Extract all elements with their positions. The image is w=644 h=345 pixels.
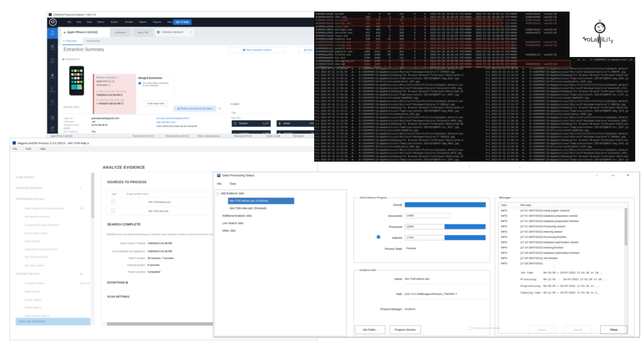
- svg-text:a: a: [594, 36, 597, 43]
- svg-text:oL: oL: [587, 36, 594, 43]
- svg-text:t: t: [608, 36, 610, 42]
- svg-text:iLi: iLi: [602, 36, 608, 43]
- svg-text:y: y: [611, 38, 613, 44]
